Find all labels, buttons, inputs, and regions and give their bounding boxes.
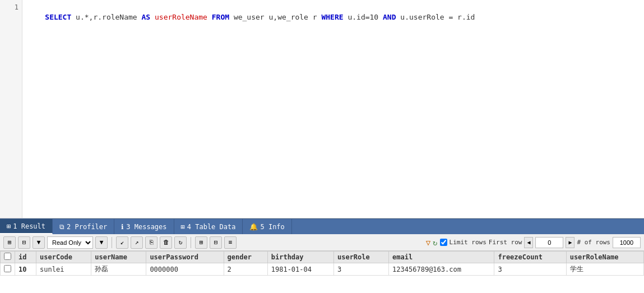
copy-btn[interactable]: ⎘	[145, 236, 157, 249]
first-row-label: First row	[489, 239, 522, 246]
results-toolbar: ⊞ ⊟ ▼ Read Only ▼ ↙ ↗ ⎘ 🗑 ↻ ⊞ ⊟ ≡ ▽ ↻ Li…	[0, 234, 644, 251]
dropdown-btn[interactable]: ▼	[33, 236, 45, 249]
dropdown-mode-btn[interactable]: ▼	[95, 236, 108, 249]
select-all-checkbox[interactable]	[4, 253, 11, 260]
toolbar-right: ▽ ↻ Limit rows First row ◀ ▶ # of rows	[426, 237, 641, 248]
export-btn[interactable]: ↗	[131, 236, 143, 249]
tab-messages-label: 3 Messages	[126, 223, 166, 231]
tab-result-label: 1 Result	[13, 222, 45, 230]
tab-profiler-label: 2 Profiler	[67, 223, 107, 231]
delete-btn[interactable]: 🗑	[160, 236, 172, 249]
tab-tabledata-label: 4 Table Data	[187, 223, 236, 231]
separator-1	[112, 237, 112, 248]
mode-select[interactable]: Read Only	[47, 236, 93, 249]
info-icon: 🔔	[249, 223, 258, 231]
header-freezecount: freezeCount	[494, 252, 566, 263]
header-birthday: birthday	[267, 252, 333, 263]
refresh2-btn[interactable]: ↻	[174, 236, 187, 249]
form-view-btn[interactable]: ⊟	[210, 236, 222, 249]
tab-info[interactable]: 🔔 5 Info	[243, 219, 291, 234]
tab-bar: ⊞ 1 Result ⧉ 2 Profiler ℹ 3 Messages ⊞ 4…	[0, 218, 644, 234]
header-id: id	[15, 252, 36, 263]
first-row-input[interactable]	[535, 237, 563, 248]
header-username: userName	[91, 252, 146, 263]
cell-userpassword: 0000000	[146, 263, 224, 276]
sql-where-keyword: WHERE	[321, 13, 343, 21]
sql-editor[interactable]: 1 SELECT u.*,r.roleName AS userRoleName …	[0, 0, 644, 218]
header-userrole: userRole	[333, 252, 388, 263]
sql-alias: userRoleName	[150, 13, 212, 21]
next-page-btn[interactable]: ▶	[566, 237, 574, 248]
limit-label: Limit rows	[450, 239, 487, 246]
rows-label: # of rows	[577, 239, 610, 246]
tab-info-label: 5 Info	[260, 223, 284, 231]
grid-view-btn[interactable]: ⊞	[3, 236, 16, 249]
table-header-row: id userCode userName userPassword gender…	[1, 252, 644, 263]
table-view-btn[interactable]: ⊞	[195, 236, 207, 249]
tab-tabledata[interactable]: ⊞ 4 Table Data	[174, 219, 243, 234]
sql-content: SELECT u.*,r.roleName AS userRoleName FR…	[23, 2, 475, 32]
table-row: 10 sunlei 孙磊 0000000 2 1981-01-04 3 1234…	[1, 263, 644, 276]
tab-result[interactable]: ⊞ 1 Result	[0, 219, 53, 234]
sql-as-keyword: AS	[142, 13, 151, 21]
cell-email: 123456789@163.com	[389, 263, 494, 276]
messages-icon: ℹ	[121, 223, 124, 231]
refresh-icon[interactable]: ↻	[433, 238, 437, 247]
cell-username: 孙磊	[91, 263, 146, 276]
limit-checkbox[interactable]	[440, 239, 447, 246]
result-icon: ⊞	[7, 222, 11, 230]
header-gender: gender	[224, 252, 267, 263]
cell-gender: 2	[224, 263, 267, 276]
sql-condition1: u.id=10	[344, 13, 383, 21]
tab-profiler[interactable]: ⧉ 2 Profiler	[53, 219, 114, 234]
results-table: id userCode userName userPassword gender…	[0, 251, 644, 276]
rows-input[interactable]	[613, 237, 641, 248]
import-btn[interactable]: ↙	[116, 236, 128, 249]
cell-userrole: 3	[333, 263, 388, 276]
sql-from-keyword: FROM	[212, 13, 229, 21]
sql-tables: we_user u,we_role r	[229, 13, 321, 21]
header-usercode: userCode	[36, 252, 91, 263]
sql-condition2: u.userRole = r.id	[396, 13, 475, 21]
results-area: id userCode userName userPassword gender…	[0, 251, 644, 293]
cell-usercode: sunlei	[36, 263, 91, 276]
row-checkbox-cell	[1, 263, 15, 276]
tab-messages[interactable]: ℹ 3 Messages	[114, 219, 174, 234]
header-userpassword: userPassword	[146, 252, 224, 263]
header-checkbox	[1, 252, 15, 263]
row-checkbox[interactable]	[4, 265, 11, 272]
layout-btn[interactable]: ⊟	[18, 236, 30, 249]
cell-userrolename: 学生	[566, 263, 643, 276]
separator-2	[191, 237, 191, 248]
text-view-btn[interactable]: ≡	[224, 236, 237, 249]
sql-select-keyword: SELECT	[45, 13, 71, 21]
header-userrolename: userRoleName	[566, 252, 643, 263]
cell-freezecount: 3	[494, 263, 566, 276]
prev-page-btn[interactable]: ◀	[524, 237, 533, 248]
sql-and-keyword: AND	[383, 13, 396, 21]
header-email: email	[389, 252, 494, 263]
profiler-icon: ⧉	[59, 223, 64, 231]
cell-birthday: 1981-01-04	[267, 263, 333, 276]
cell-id: 10	[15, 263, 36, 276]
line-numbers: 1	[0, 0, 22, 218]
tabledata-icon: ⊞	[181, 223, 185, 231]
filter-icon: ▽	[426, 238, 430, 247]
sql-fields: u.*,r.roleName	[71, 13, 141, 21]
